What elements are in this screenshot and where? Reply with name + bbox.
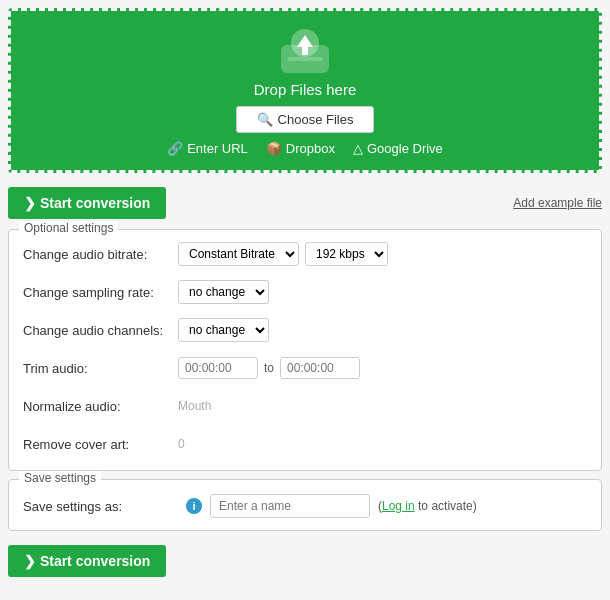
trim-from-input[interactable] (178, 357, 258, 379)
enter-url-link[interactable]: 🔗 Enter URL (167, 141, 248, 156)
normalize-audio-row: Normalize audio: Mouth (23, 392, 587, 420)
sampling-rate-row: Change sampling rate: no change 8000 Hz … (23, 278, 587, 306)
dropbox-link[interactable]: 📦 Dropbox (266, 141, 335, 156)
trim-to-label: to (264, 361, 274, 375)
upload-icon (277, 29, 333, 73)
info-icon[interactable]: i (186, 498, 202, 514)
google-drive-link[interactable]: △ Google Drive (353, 141, 443, 156)
audio-bitrate-control: Constant Bitrate Variable Bitrate 192 kb… (178, 242, 388, 266)
top-action-bar: ❯ Start conversion Add example file (0, 181, 610, 225)
normalize-audio-value: Mouth (178, 399, 211, 413)
save-settings-box: Save settings Save settings as: i (Log i… (8, 479, 602, 531)
bitrate-type-select[interactable]: Constant Bitrate Variable Bitrate (178, 242, 299, 266)
drop-links: 🔗 Enter URL 📦 Dropbox △ Google Drive (167, 141, 443, 156)
audio-bitrate-label: Change audio bitrate: (23, 247, 178, 262)
top-start-conversion-button[interactable]: ❯ Start conversion (8, 187, 166, 219)
enter-url-label: Enter URL (187, 141, 248, 156)
save-settings-label: Save settings as: (23, 499, 178, 514)
bitrate-value-select[interactable]: 192 kbps 128 kbps 256 kbps 320 kbps (305, 242, 388, 266)
trim-to-input[interactable] (280, 357, 360, 379)
login-link[interactable]: Log in (382, 499, 415, 513)
save-name-input[interactable] (210, 494, 370, 518)
audio-channels-select[interactable]: no change 1 (Mono) 2 (Stereo) (178, 318, 269, 342)
sampling-rate-select[interactable]: no change 8000 Hz 11025 Hz 22050 Hz 4410… (178, 280, 269, 304)
remove-cover-art-row: Remove cover art: 0 (23, 430, 587, 458)
dropbox-label: Dropbox (286, 141, 335, 156)
bottom-start-conversion-button[interactable]: ❯ Start conversion (8, 545, 166, 577)
svg-rect-3 (302, 45, 308, 55)
dropbox-icon: 📦 (266, 141, 282, 156)
google-drive-label: Google Drive (367, 141, 443, 156)
normalize-audio-label: Normalize audio: (23, 399, 178, 414)
trim-audio-row: Trim audio: to (23, 354, 587, 382)
audio-channels-label: Change audio channels: (23, 323, 178, 338)
choose-files-label: Choose Files (278, 112, 354, 127)
choose-files-button[interactable]: 🔍 Choose Files (236, 106, 375, 133)
audio-bitrate-row: Change audio bitrate: Constant Bitrate V… (23, 240, 587, 268)
audio-channels-row: Change audio channels: no change 1 (Mono… (23, 316, 587, 344)
save-settings-legend: Save settings (19, 471, 101, 485)
add-example-link[interactable]: Add example file (513, 196, 602, 210)
trim-audio-control: to (178, 357, 360, 379)
google-drive-icon: △ (353, 141, 363, 156)
sampling-rate-label: Change sampling rate: (23, 285, 178, 300)
link-icon: 🔗 (167, 141, 183, 156)
audio-channels-control: no change 1 (Mono) 2 (Stereo) (178, 318, 269, 342)
optional-settings-box: Optional settings Change audio bitrate: … (8, 229, 602, 471)
svg-rect-4 (287, 57, 323, 61)
drop-text: Drop Files here (254, 81, 357, 98)
optional-settings-legend: Optional settings (19, 221, 118, 235)
save-settings-row: Save settings as: i (Log in to activate) (23, 494, 587, 518)
search-icon: 🔍 (257, 112, 273, 127)
login-prompt: (Log in to activate) (378, 499, 477, 513)
bottom-bar: ❯ Start conversion (0, 539, 610, 587)
remove-cover-art-value: 0 (178, 437, 185, 451)
sampling-rate-control: no change 8000 Hz 11025 Hz 22050 Hz 4410… (178, 280, 269, 304)
trim-audio-label: Trim audio: (23, 361, 178, 376)
remove-cover-art-label: Remove cover art: (23, 437, 178, 452)
drop-zone[interactable]: Drop Files here 🔍 Choose Files 🔗 Enter U… (8, 8, 602, 173)
